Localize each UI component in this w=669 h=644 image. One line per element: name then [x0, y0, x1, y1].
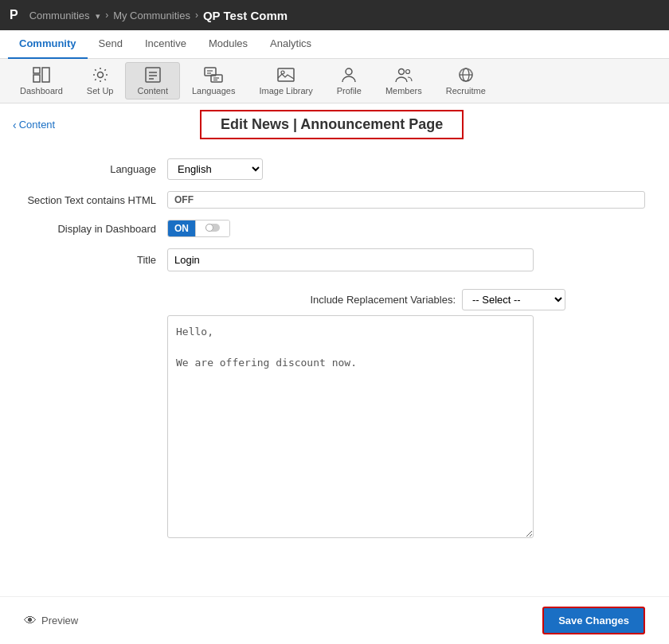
title-input[interactable]	[167, 248, 534, 271]
toolbar-image-library[interactable]: Image Library	[247, 62, 324, 100]
breadcrumb-sep-1: ›	[105, 10, 108, 21]
setup-icon	[91, 66, 110, 84]
svg-point-16	[346, 68, 352, 75]
textarea-section: Hello, We are offering discount now.	[0, 315, 669, 541]
icon-toolbar: Dashboard Set Up Content	[0, 59, 669, 103]
toggle-on-label: ON	[168, 221, 195, 236]
preview-icon: 👁	[24, 614, 37, 628]
top-bar: P Communities ▾ › My Communities › QP Te…	[0, 0, 669, 30]
recruit-icon	[456, 66, 475, 84]
textarea-wrapper: Hello, We are offering discount now.	[167, 315, 534, 541]
svg-rect-4	[146, 68, 160, 82]
toolbar-setup-label: Set Up	[87, 86, 114, 96]
section-text-control: OFF	[167, 191, 645, 209]
display-dashboard-toggle[interactable]: ON	[167, 220, 230, 237]
svg-rect-14	[278, 68, 294, 81]
toolbar-languages-label: Languages	[192, 86, 235, 96]
section-text-label: Section Text contains HTML	[24, 194, 167, 206]
form-section: Language English Spanish French Section …	[0, 152, 669, 289]
save-changes-button[interactable]: Save Changes	[542, 607, 645, 634]
main-nav: Community Send Incentive Modules Analyti…	[0, 30, 669, 59]
page-title: Edit News | Announcement Page	[200, 110, 464, 139]
section-text-toggle[interactable]: OFF	[167, 191, 645, 209]
image-library-icon	[276, 66, 295, 84]
my-communities-link[interactable]: My Communities	[113, 10, 190, 21]
back-arrow-icon: ‹	[13, 119, 17, 131]
toolbar-profile[interactable]: Profile	[325, 62, 374, 100]
toolbar-recruitme[interactable]: Recruitme	[434, 62, 498, 100]
language-select[interactable]: English Spanish French	[167, 158, 263, 180]
section-text-row: Section Text contains HTML OFF	[24, 191, 645, 209]
language-row: Language English Spanish French	[24, 158, 645, 180]
title-label: Title	[24, 254, 167, 266]
logo-icon: P	[10, 8, 18, 22]
display-dashboard-label: Display in Dashboard	[24, 223, 167, 235]
svg-point-18	[405, 70, 409, 74]
toolbar-profile-label: Profile	[337, 86, 362, 96]
current-community: QP Test Comm	[203, 9, 288, 22]
dropdown-arrow-icon: ▾	[96, 11, 100, 21]
nav-modules[interactable]: Modules	[198, 30, 259, 59]
toolbar-recruitme-label: Recruitme	[446, 86, 486, 96]
svg-rect-0	[33, 75, 40, 82]
language-control: English Spanish French	[167, 158, 645, 180]
toolbar-content[interactable]: Content	[125, 62, 180, 100]
toolbar-setup[interactable]: Set Up	[75, 62, 126, 100]
toolbar-dashboard-label: Dashboard	[20, 86, 63, 96]
toggle-slider	[195, 221, 229, 236]
nav-incentive[interactable]: Incentive	[134, 30, 198, 59]
dashboard-icon	[32, 66, 51, 84]
breadcrumb-sep-2: ›	[195, 10, 198, 21]
svg-point-17	[398, 69, 404, 75]
display-dashboard-control: ON	[167, 220, 645, 237]
svg-point-15	[281, 71, 284, 74]
toolbar-languages[interactable]: Languages	[180, 62, 247, 100]
toolbar-members-label: Members	[385, 86, 422, 96]
content-textarea[interactable]: Hello, We are offering discount now.	[167, 315, 534, 538]
svg-rect-1	[33, 68, 40, 73]
nav-send[interactable]: Send	[88, 30, 134, 59]
toolbar-content-label: Content	[137, 86, 168, 96]
profile-icon	[339, 66, 358, 84]
toolbar-dashboard[interactable]: Dashboard	[8, 62, 75, 100]
preview-link[interactable]: 👁 Preview	[24, 614, 78, 628]
toolbar-members[interactable]: Members	[374, 62, 434, 100]
title-row: Title	[24, 248, 645, 271]
content-icon	[143, 66, 162, 84]
communities-link[interactable]: Communities ▾	[29, 10, 100, 21]
members-icon	[394, 66, 413, 84]
replacement-vars-row: Include Replacement Variables: -- Select…	[24, 289, 565, 310]
toolbar-image-library-label: Image Library	[259, 86, 312, 96]
languages-icon	[204, 66, 223, 84]
back-breadcrumb[interactable]: ‹ Content	[13, 119, 55, 131]
svg-rect-2	[42, 68, 49, 82]
content-area: ‹ Content Edit News | Announcement Page …	[0, 103, 669, 541]
top-breadcrumb: Communities ▾ › My Communities › QP Test…	[29, 9, 288, 22]
nav-community[interactable]: Community	[8, 30, 88, 59]
bottom-bar: 👁 Preview Save Changes	[0, 596, 669, 644]
svg-point-3	[97, 72, 103, 78]
preview-label: Preview	[41, 615, 78, 626]
replacement-vars-label: Include Replacement Variables:	[310, 294, 456, 306]
nav-analytics[interactable]: Analytics	[259, 30, 323, 59]
replacement-vars-select[interactable]: -- Select --	[462, 289, 565, 310]
language-label: Language	[24, 163, 167, 175]
title-control	[167, 248, 645, 271]
display-dashboard-row: Display in Dashboard ON	[24, 220, 645, 237]
